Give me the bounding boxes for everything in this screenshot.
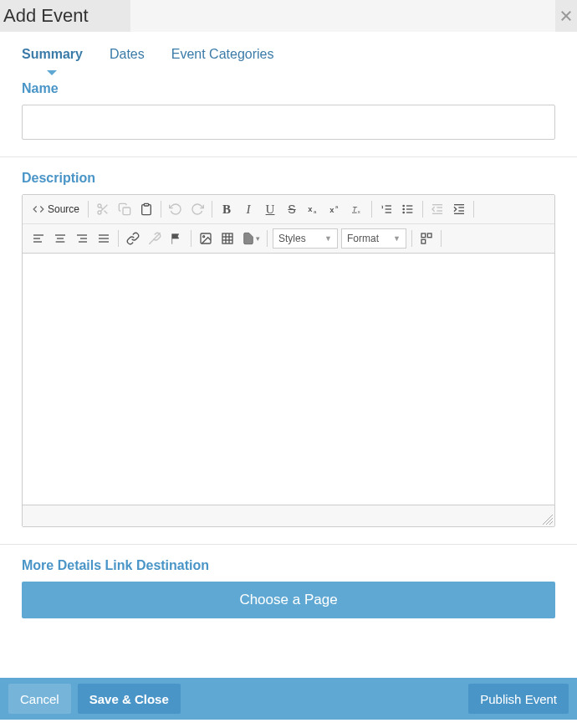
svg-point-2 <box>98 204 101 208</box>
more-details-section: More Details Link Destination Choose a P… <box>0 545 577 635</box>
align-justify-icon <box>97 232 110 245</box>
table-icon <box>221 232 234 245</box>
flag-icon <box>170 232 183 245</box>
choose-page-button[interactable]: Choose a Page <box>22 582 555 618</box>
resize-grip-icon[interactable] <box>543 515 553 525</box>
bold-button[interactable]: B <box>216 198 237 220</box>
svg-text:a: a <box>335 204 339 209</box>
close-button[interactable] <box>555 0 577 32</box>
superscript-button[interactable]: xa <box>324 198 346 220</box>
description-section: Description Source B I U S xa <box>0 157 577 545</box>
strikethrough-icon: S <box>288 203 295 216</box>
indent-button[interactable] <box>448 198 470 220</box>
tab-summary[interactable]: Summary <box>22 47 83 67</box>
unlink-icon <box>148 232 161 245</box>
remove-format-icon: Tx <box>350 203 364 216</box>
cut-button[interactable] <box>92 198 114 220</box>
tab-bar: Summary Dates Event Categories <box>0 32 577 68</box>
modal-title: Add Event <box>0 0 130 32</box>
name-section: Name <box>0 68 577 157</box>
indent-icon <box>452 203 466 216</box>
italic-button[interactable]: I <box>237 198 259 220</box>
undo-button[interactable] <box>165 198 186 220</box>
bullet-list-button[interactable] <box>397 198 419 220</box>
link-icon <box>126 232 140 245</box>
paste-icon <box>140 203 153 216</box>
copy-icon <box>118 203 131 216</box>
svg-text:T: T <box>352 205 358 213</box>
format-dropdown[interactable]: Format▼ <box>341 228 406 249</box>
tab-event-categories[interactable]: Event Categories <box>171 47 274 67</box>
subscript-icon: xa <box>307 203 320 216</box>
svg-rect-54 <box>421 239 426 244</box>
modal-header: Add Event <box>0 0 577 32</box>
show-blocks-button[interactable] <box>416 228 437 249</box>
svg-rect-53 <box>427 233 431 238</box>
paste-button[interactable] <box>135 198 157 220</box>
description-label: Description <box>22 171 555 186</box>
underline-icon: U <box>266 203 275 217</box>
bullet-list-icon <box>401 203 415 216</box>
file-icon <box>242 232 255 245</box>
source-icon <box>33 203 44 215</box>
redo-button[interactable] <box>186 198 208 220</box>
editor-content-area[interactable] <box>23 254 554 505</box>
more-details-label: More Details Link Destination <box>22 558 555 573</box>
italic-icon: I <box>247 203 251 217</box>
close-icon <box>559 8 574 23</box>
publish-event-button[interactable]: Publish Event <box>468 684 569 714</box>
link-button[interactable] <box>122 228 144 249</box>
save-close-button[interactable]: Save & Close <box>78 684 181 714</box>
numbered-list-icon <box>380 203 393 216</box>
undo-icon <box>169 203 182 216</box>
svg-line-5 <box>105 211 108 214</box>
styles-dropdown[interactable]: Styles▼ <box>273 228 338 249</box>
cancel-button[interactable]: Cancel <box>8 684 71 714</box>
remove-format-button[interactable]: Tx <box>346 198 368 220</box>
align-justify-button[interactable] <box>93 228 115 249</box>
unlink-button[interactable] <box>144 228 166 249</box>
copy-button[interactable] <box>114 198 135 220</box>
editor-footer <box>23 505 554 526</box>
outdent-button[interactable] <box>426 198 448 220</box>
rich-text-editor: Source B I U S xa xa Tx <box>22 194 555 527</box>
image-icon <box>199 232 212 245</box>
underline-button[interactable]: U <box>259 198 281 220</box>
align-right-button[interactable] <box>71 228 93 249</box>
numbered-list-button[interactable] <box>375 198 397 220</box>
svg-point-21 <box>403 205 404 206</box>
cut-icon <box>96 203 110 216</box>
editor-toolbar: Source B I U S xa xa Tx <box>23 195 554 254</box>
name-input[interactable] <box>22 105 555 140</box>
align-left-button[interactable] <box>28 228 49 249</box>
svg-point-3 <box>98 211 101 214</box>
align-center-icon <box>54 232 67 245</box>
file-button[interactable]: ▾ <box>238 228 263 249</box>
align-right-icon <box>75 232 89 245</box>
svg-text:a: a <box>314 209 317 214</box>
svg-text:x: x <box>308 205 313 213</box>
superscript-icon: xa <box>329 203 342 216</box>
subscript-button[interactable]: xa <box>303 198 324 220</box>
align-center-button[interactable] <box>49 228 71 249</box>
tab-dates[interactable]: Dates <box>110 47 145 67</box>
svg-point-22 <box>403 208 404 209</box>
svg-rect-8 <box>144 203 148 206</box>
show-blocks-icon <box>420 232 433 245</box>
outdent-icon <box>431 203 444 216</box>
table-button[interactable] <box>217 228 238 249</box>
anchor-button[interactable] <box>166 228 187 249</box>
strikethrough-button[interactable]: S <box>281 198 303 220</box>
redo-icon <box>191 203 204 216</box>
name-label: Name <box>22 81 555 96</box>
modal-footer: Cancel Save & Close Publish Event <box>0 678 577 720</box>
source-button[interactable]: Source <box>28 198 84 220</box>
svg-line-6 <box>100 207 103 209</box>
image-button[interactable] <box>195 228 217 249</box>
svg-point-23 <box>403 212 404 213</box>
align-left-icon <box>32 232 45 245</box>
bold-icon: B <box>222 203 231 217</box>
svg-text:x: x <box>358 209 360 214</box>
svg-rect-47 <box>222 233 232 244</box>
svg-point-46 <box>203 236 205 238</box>
